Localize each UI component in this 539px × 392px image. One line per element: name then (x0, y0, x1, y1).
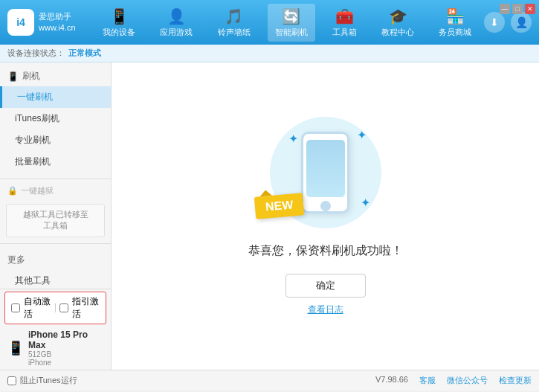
nav-merchant-label: 务员商城 (439, 27, 471, 38)
nav-my-device[interactable]: 📱 我的设备 (95, 4, 143, 42)
auto-activate-label: 自动激活 (24, 295, 51, 321)
check-update-link[interactable]: 检查更新 (499, 375, 532, 386)
sparkle-br: ✦ (361, 196, 370, 210)
status-label: 设备连接状态： (7, 48, 65, 59)
row-divider (55, 303, 56, 312)
locked-label: 一键越狱 (21, 185, 54, 196)
footer-right: V7.98.66 客服 微信公众号 检查更新 (375, 375, 532, 386)
logo-text: 爱思助手 www.i4.cn (39, 11, 76, 34)
sidebar-divider-2 (0, 243, 111, 244)
sidebar-divider-1 (0, 179, 111, 179)
app-url: www.i4.cn (39, 22, 76, 33)
device-type: iPhone (28, 359, 103, 367)
sparkle-tl: ✦ (288, 132, 298, 146)
sparkle-tr: ✦ (357, 128, 367, 142)
device-bottom-section: 自动激活 指引激活 📱 iPhone 15 Pro Max 512GB iPho… (0, 289, 111, 370)
minimize-button[interactable]: — (500, 4, 510, 14)
log-link[interactable]: 查看日志 (308, 303, 343, 316)
guide-activate-checkbox[interactable] (59, 303, 68, 312)
home-link[interactable]: 客服 (419, 375, 436, 386)
sidebar-locked: 🔒 一键越狱 (0, 181, 111, 200)
nav-tutorial[interactable]: 🎓 教程中心 (374, 4, 422, 42)
ringtones-icon: 🎵 (225, 7, 243, 25)
sidebar-item-one-click[interactable]: 一键刷机 (0, 86, 111, 108)
nav-bar: 📱 我的设备 👤 应用游戏 🎵 铃声墙纸 🔄 智能刷机 🧰 工具箱 🎓 (91, 4, 484, 42)
nav-ringtones-label: 铃声墙纸 (218, 27, 251, 38)
version-label: V7.98.66 (375, 375, 408, 386)
sidebar-item-pro-flash[interactable]: 专业刷机 (0, 129, 111, 151)
nav-my-device-label: 我的设备 (103, 27, 135, 38)
success-illustration: ✦ ✦ ✦ NEW (270, 117, 381, 228)
nav-merchant[interactable]: 🏪 务员商城 (431, 4, 479, 42)
device-details: iPhone 15 Pro Max 512GB iPhone (28, 330, 103, 367)
auto-activate-row: 自动激活 指引激活 (4, 292, 106, 324)
more-section-header: 更多 (0, 250, 111, 270)
device-storage: 512GB (28, 350, 103, 359)
nav-ringtones[interactable]: 🎵 铃声墙纸 (210, 4, 258, 42)
tutorial-icon: 🎓 (389, 7, 407, 25)
device-info: 📱 iPhone 15 Pro Max 512GB iPhone (0, 327, 111, 370)
nav-toolbox[interactable]: 🧰 工具箱 (325, 4, 364, 42)
lock-icon: 🔒 (7, 186, 18, 196)
footer-left: 阻止iTunes运行 (7, 375, 77, 386)
sidebar-notice: 越狱工具已转移至工具箱 (6, 204, 105, 237)
close-button[interactable]: ✕ (525, 4, 535, 14)
nav-tutorial-label: 教程中心 (381, 27, 414, 38)
footer: 阻止iTunes运行 V7.98.66 客服 微信公众号 检查更新 (0, 370, 539, 391)
logo-icon: i4 (7, 9, 34, 36)
device-icon: 📱 (7, 340, 24, 356)
phone-home-button (320, 201, 331, 211)
my-device-icon: 📱 (110, 7, 129, 25)
flash-section-icon: 📱 (7, 71, 19, 82)
header: i4 爱思助手 www.i4.cn 📱 我的设备 👤 应用游戏 🎵 铃声墙纸 🔄… (0, 0, 539, 45)
phone-circle: ✦ ✦ ✦ NEW (270, 117, 381, 228)
status-value: 正常模式 (68, 48, 101, 59)
smart-flash-icon: 🔄 (282, 7, 300, 25)
phone-body (301, 132, 349, 213)
nav-toolbox-label: 工具箱 (332, 27, 357, 38)
device-name: iPhone 15 Pro Max (28, 330, 103, 350)
sidebar-item-itunes-flash[interactable]: iTunes刷机 (0, 108, 111, 129)
sidebar: 📱 刷机 一键刷机 iTunes刷机 专业刷机 批量刷机 🔒 一键越狱 越狱工具… (0, 62, 112, 370)
confirm-button[interactable]: 确定 (285, 274, 366, 298)
itunes-checkbox[interactable] (7, 376, 16, 385)
main-layout: 📱 刷机 一键刷机 iTunes刷机 专业刷机 批量刷机 🔒 一键越狱 越狱工具… (0, 62, 539, 370)
toolbox-icon: 🧰 (335, 7, 354, 25)
nav-smart-flash[interactable]: 🔄 智能刷机 (268, 4, 315, 42)
maximize-button[interactable]: □ (512, 4, 523, 14)
merchant-icon: 🏪 (446, 7, 465, 25)
content-area: ✦ ✦ ✦ NEW 恭喜您，保资料刷机成功啦！ 确定 查看日志 (112, 62, 539, 370)
wechat-link[interactable]: 微信公众号 (447, 375, 488, 386)
guide-activate-label: 指引激活 (72, 295, 100, 321)
flash-section-header: 📱 刷机 (0, 66, 111, 86)
window-controls: — □ ✕ (500, 4, 535, 14)
nav-smart-flash-label: 智能刷机 (275, 27, 308, 38)
itunes-label: 阻止iTunes运行 (20, 375, 77, 386)
nav-apps-games-label: 应用游戏 (160, 27, 193, 38)
more-section-label: 更多 (7, 254, 25, 266)
new-badge: NEW (254, 193, 304, 219)
flash-section: 📱 刷机 一键刷机 iTunes刷机 专业刷机 批量刷机 (0, 62, 111, 176)
auto-activate-checkbox[interactable] (11, 303, 20, 312)
app-name: 爱思助手 (39, 11, 76, 22)
apps-games-icon: 👤 (167, 7, 186, 25)
header-right: ⬇ 👤 (484, 12, 532, 33)
status-bar: 设备连接状态： 正常模式 (0, 45, 539, 62)
success-text: 恭喜您，保资料刷机成功啦！ (248, 243, 403, 259)
nav-apps-games[interactable]: 👤 应用游戏 (152, 4, 200, 42)
app-logo: i4 爱思助手 www.i4.cn (7, 9, 76, 36)
sidebar-item-batch-flash[interactable]: 批量刷机 (0, 151, 111, 173)
download-btn[interactable]: ⬇ (484, 12, 505, 33)
user-btn[interactable]: 👤 (511, 12, 532, 33)
flash-section-label: 刷机 (22, 70, 40, 83)
phone-screen (306, 140, 345, 197)
